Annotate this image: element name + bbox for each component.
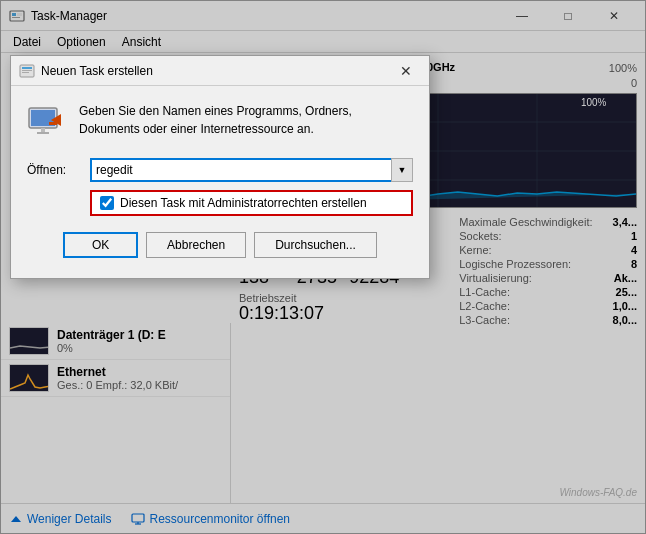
open-input[interactable] — [90, 158, 413, 182]
dialog-top-row: Geben Sie den Namen eines Programms, Ord… — [27, 102, 413, 142]
input-container: ▼ — [90, 158, 413, 182]
durchsuchen-button[interactable]: Durchsuchen... — [254, 232, 377, 258]
svg-rect-19 — [22, 67, 32, 69]
dialog-body: Geben Sie den Namen eines Programms, Ord… — [11, 86, 429, 278]
svg-rect-20 — [22, 70, 32, 71]
dialog-overlay: Neuen Task erstellen ✕ — [0, 0, 646, 534]
dialog-title: Neuen Task erstellen — [41, 64, 391, 78]
dialog-titlebar: Neuen Task erstellen ✕ — [11, 56, 429, 86]
dialog-titlebar-icon — [19, 63, 35, 79]
admin-checkbox[interactable] — [100, 196, 114, 210]
dialog-icon-box — [27, 102, 67, 142]
new-task-dialog: Neuen Task erstellen ✕ — [10, 55, 430, 279]
svg-rect-24 — [41, 128, 45, 132]
dialog-description: Geben Sie den Namen eines Programms, Ord… — [79, 102, 352, 138]
admin-checkbox-label[interactable]: Diesen Task mit Administratorrechten ers… — [120, 196, 367, 210]
svg-rect-25 — [37, 132, 49, 134]
dialog-checkbox-row: Diesen Task mit Administratorrechten ers… — [90, 190, 413, 216]
ok-button[interactable]: OK — [63, 232, 138, 258]
dropdown-button[interactable]: ▼ — [391, 158, 413, 182]
open-label: Öffnen: — [27, 163, 82, 177]
abbrechen-button[interactable]: Abbrechen — [146, 232, 246, 258]
svg-rect-21 — [22, 72, 29, 73]
dropdown-arrow-icon: ▼ — [398, 165, 407, 175]
dialog-close-button[interactable]: ✕ — [391, 57, 421, 85]
dialog-buttons: OK Abbrechen Durchsuchen... — [27, 232, 413, 262]
dialog-input-row: Öffnen: ▼ — [27, 158, 413, 182]
svg-rect-27 — [49, 122, 57, 125]
